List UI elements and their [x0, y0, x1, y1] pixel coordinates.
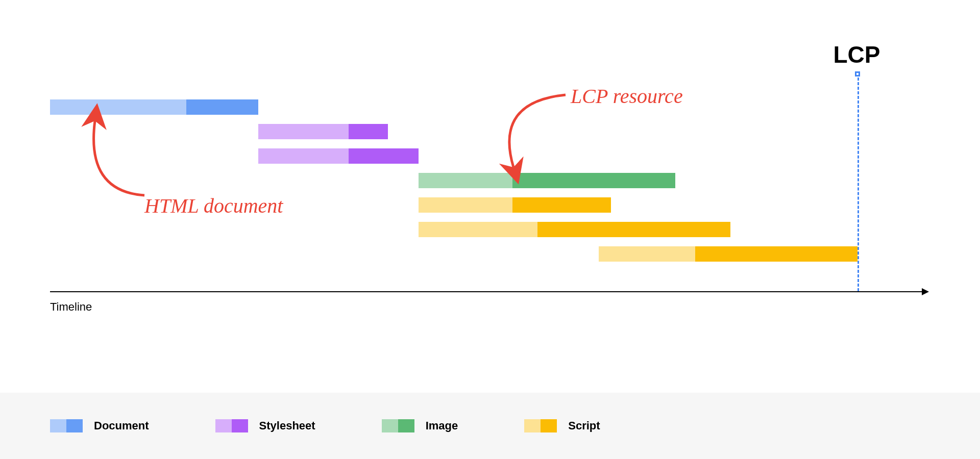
legend-item: Image	[382, 419, 458, 432]
timeline-bar	[419, 197, 611, 213]
timeline-chart: LCP Timeline HTML document LCP resource	[50, 41, 928, 347]
axis-arrowhead-icon	[922, 288, 929, 295]
bar-phase-download	[537, 222, 730, 237]
timeline-bar	[258, 124, 388, 139]
lcp-dashed-line	[857, 78, 859, 291]
bar-phase-download	[695, 246, 857, 262]
bar-phase-queued	[599, 246, 695, 262]
bar-phase-download	[512, 197, 611, 213]
timeline-bar	[50, 99, 258, 115]
timeline-bar	[258, 148, 419, 164]
legend-item: Stylesheet	[215, 419, 315, 432]
legend-label: Image	[426, 419, 458, 432]
bar-phase-queued	[419, 197, 512, 213]
lcp-marker-icon	[855, 71, 860, 76]
legend-swatch-icon	[50, 419, 83, 432]
bar-phase-download	[349, 124, 388, 139]
legend-swatch-icon	[524, 419, 557, 432]
axis-label: Timeline	[50, 300, 92, 314]
legend-swatch-icon	[382, 419, 414, 432]
bar-phase-download	[349, 148, 419, 164]
annotation-arrow-icon	[458, 92, 591, 184]
bar-phase-queued	[258, 148, 349, 164]
bar-phase-download	[186, 99, 258, 115]
legend-label: Script	[568, 419, 600, 432]
bar-phase-queued	[258, 124, 349, 139]
bar-phase-queued	[419, 222, 537, 237]
legend: DocumentStylesheetImageScript	[0, 393, 980, 459]
legend-label: Stylesheet	[259, 419, 315, 432]
legend-item: Document	[50, 419, 149, 432]
legend-label: Document	[94, 419, 149, 432]
legend-swatch-icon	[215, 419, 248, 432]
timeline-bar	[599, 246, 857, 262]
legend-item: Script	[524, 419, 600, 432]
lcp-label: LCP	[833, 41, 880, 68]
annotation-arrow-icon	[81, 115, 183, 217]
timeline-bar	[419, 222, 730, 237]
bar-phase-queued	[50, 99, 186, 115]
timeline-axis	[50, 291, 925, 292]
